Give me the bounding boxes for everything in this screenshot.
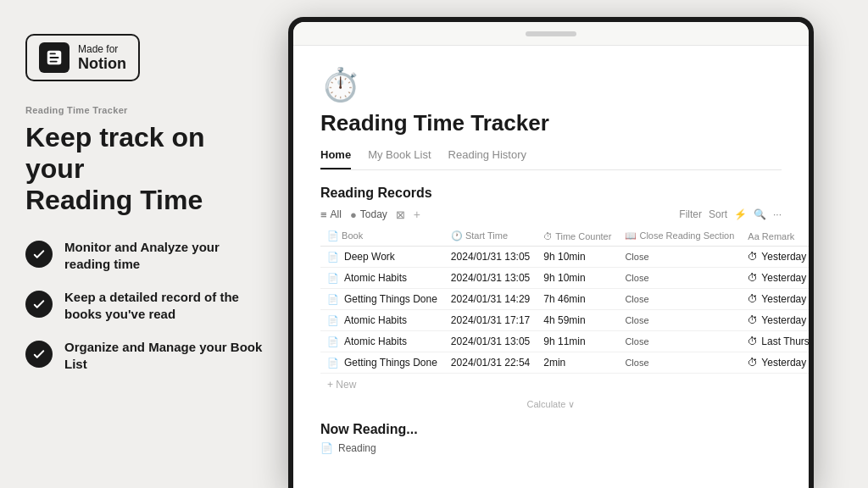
tab-home[interactable]: Home <box>320 148 351 169</box>
cell-book-3: 📄 Atomic Habits <box>320 310 444 331</box>
cell-counter-4: 9h 11min <box>537 331 618 352</box>
feature-item-monitor: Monitor and Analyze your reading time <box>25 239 263 272</box>
cell-counter-1: 9h 10min <box>537 268 618 289</box>
remark-text-4: Last Thursday 9:52 AM <box>761 336 809 347</box>
cell-start-4: 2024/01/31 13:05 <box>444 331 537 352</box>
book-name-5: Getting Things Done <box>344 357 437 369</box>
cell-close-0[interactable]: Close <box>618 247 741 268</box>
feature-item-organize: Organize and Manage your Book List <box>25 339 263 372</box>
cell-start-5: 2024/01/31 22:54 <box>444 352 537 374</box>
book-name-2: Getting Things Done <box>344 293 437 305</box>
remark-text-5: Yesterday <box>761 357 806 369</box>
col-time-counter: ⏱ Time Counter <box>537 226 618 247</box>
book-icon-2: 📄 <box>327 294 339 305</box>
table-row: 📄 Atomic Habits 2024/01/31 13:05 9h 11mi… <box>320 331 809 352</box>
book-name-1: Atomic Habits <box>344 272 407 284</box>
cell-book-1: 📄 Atomic Habits <box>320 268 444 289</box>
feature-text-record: Keep a detailed record of the books you'… <box>64 289 263 322</box>
feature-list: Monitor and Analyze your reading time Ke… <box>25 239 263 372</box>
page-title: Reading Time Tracker <box>320 110 782 136</box>
notion-icon <box>39 42 70 73</box>
section-title: Reading Records <box>320 186 782 201</box>
data-table: 📄 Book 🕐 Start Time ⏱ Time Counter 📖 Clo… <box>320 226 809 374</box>
cell-book-4: 📄 Atomic Habits <box>320 331 444 352</box>
left-panel: Made for Notion Reading Time Tracker Kee… <box>0 0 288 488</box>
table-row: 📄 Getting Things Done 2024/01/31 14:29 7… <box>320 289 809 310</box>
cell-book-0: 📄 Deep Work <box>320 247 444 268</box>
tab-booklist[interactable]: My Book List <box>368 148 431 169</box>
right-panel: ⏱️ Reading Time Tracker Home My Book Lis… <box>288 0 868 488</box>
book-icon-4: 📄 <box>327 336 339 347</box>
cell-start-0: 2024/01/31 13:05 <box>444 247 537 268</box>
notion-label: Notion <box>78 55 126 73</box>
cell-start-3: 2024/01/31 17:17 <box>444 310 537 331</box>
table-row: 📄 Getting Things Done 2024/01/31 22:54 2… <box>320 352 809 374</box>
book-name-0: Deep Work <box>344 251 395 263</box>
tabs: Home My Book List Reading History <box>320 148 782 170</box>
toolbar-right: Filter Sort ⚡ 🔍 ··· <box>679 208 782 220</box>
notion-page: ⏱️ Reading Time Tracker Home My Book Lis… <box>293 46 809 488</box>
cell-remark-5: ⏱ Yesterday <box>741 352 809 374</box>
made-for-label: Made for <box>78 43 126 55</box>
cell-counter-0: 9h 10min <box>537 247 618 268</box>
check-icon-monitor <box>25 241 53 268</box>
cell-remark-4: ⏱ Last Thursday 9:52 AM <box>741 331 809 352</box>
remark-text-3: Yesterday 5:17 PM <box>761 314 809 326</box>
toolbar-today[interactable]: ● Today <box>350 208 387 221</box>
calculate-row[interactable]: Calculate ∨ <box>320 396 782 413</box>
table-toolbar: ≡ All ● Today ⊠ + Filter Sort ⚡ 🔍 ··· <box>320 208 782 221</box>
remark-icon-4: ⏱ <box>748 336 758 347</box>
cell-remark-0: ⏱ Yesterday <box>741 247 809 268</box>
cell-start-2: 2024/01/31 14:29 <box>444 289 537 310</box>
table-row: 📄 Atomic Habits 2024/01/31 13:05 9h 10mi… <box>320 268 809 289</box>
sort-label[interactable]: Sort <box>709 208 727 220</box>
col-remark: Aa Remark <box>741 226 809 247</box>
remark-text-0: Yesterday <box>761 251 806 263</box>
table-row: 📄 Atomic Habits 2024/01/31 17:17 4h 59mi… <box>320 310 809 331</box>
device-frame: ⏱️ Reading Time Tracker Home My Book Lis… <box>288 17 814 488</box>
search-icon[interactable]: 🔍 <box>754 208 766 220</box>
main-heading: Keep track on your Reading Time <box>25 122 263 215</box>
cell-close-1[interactable]: Close <box>618 268 741 289</box>
feature-text-monitor: Monitor and Analyze your reading time <box>64 239 263 272</box>
remark-icon-3: ⏱ <box>748 314 758 326</box>
book-name-4: Atomic Habits <box>344 336 407 347</box>
feature-item-record: Keep a detailed record of the books you'… <box>25 289 263 322</box>
cell-book-5: 📄 Getting Things Done <box>320 352 444 374</box>
topbar-pill <box>526 31 576 36</box>
new-row[interactable]: + New <box>320 374 782 396</box>
cell-counter-5: 2min <box>537 352 618 374</box>
tab-history[interactable]: Reading History <box>448 148 527 169</box>
cell-close-4[interactable]: Close <box>618 331 741 352</box>
remark-text-2: Yesterday 2:29 PM <box>761 293 809 305</box>
toolbar-add-icon[interactable]: + <box>414 208 420 221</box>
book-icon-0: 📄 <box>327 252 339 263</box>
cell-close-5[interactable]: Close <box>618 352 741 374</box>
now-reading-icon: 📄 <box>320 442 333 454</box>
table-row: 📄 Deep Work 2024/01/31 13:05 9h 10min Cl… <box>320 247 809 268</box>
notion-text: Made for Notion <box>78 43 126 73</box>
col-close: 📖 Close Reading Section <box>618 226 741 247</box>
remark-icon-0: ⏱ <box>748 251 758 263</box>
check-icon-record <box>25 291 53 318</box>
now-reading-title: Now Reading... <box>320 422 782 437</box>
cell-close-3[interactable]: Close <box>618 310 741 331</box>
now-reading-section: Now Reading... 📄 Reading <box>320 422 782 454</box>
cell-close-2[interactable]: Close <box>618 289 741 310</box>
cell-remark-3: ⏱ Yesterday 5:17 PM <box>741 310 809 331</box>
now-reading-row: 📄 Reading <box>320 442 782 454</box>
lightning-icon: ⚡ <box>734 208 747 220</box>
cell-remark-2: ⏱ Yesterday 2:29 PM <box>741 289 809 310</box>
filter-label[interactable]: Filter <box>679 208 702 220</box>
more-icon[interactable]: ··· <box>773 208 782 220</box>
feature-text-organize: Organize and Manage your Book List <box>64 339 263 372</box>
page-subtitle: Reading Time Tracker <box>25 105 263 115</box>
remark-icon-5: ⏱ <box>748 357 758 369</box>
cell-remark-1: ⏱ Yesterday 9:15 PM <box>741 268 809 289</box>
now-reading-label: Reading <box>338 442 376 454</box>
toolbar-all[interactable]: ≡ All <box>320 208 342 221</box>
book-name-3: Atomic Habits <box>344 314 407 326</box>
cell-counter-3: 4h 59min <box>537 310 618 331</box>
book-icon-1: 📄 <box>327 273 339 284</box>
book-icon-5: 📄 <box>327 358 339 369</box>
